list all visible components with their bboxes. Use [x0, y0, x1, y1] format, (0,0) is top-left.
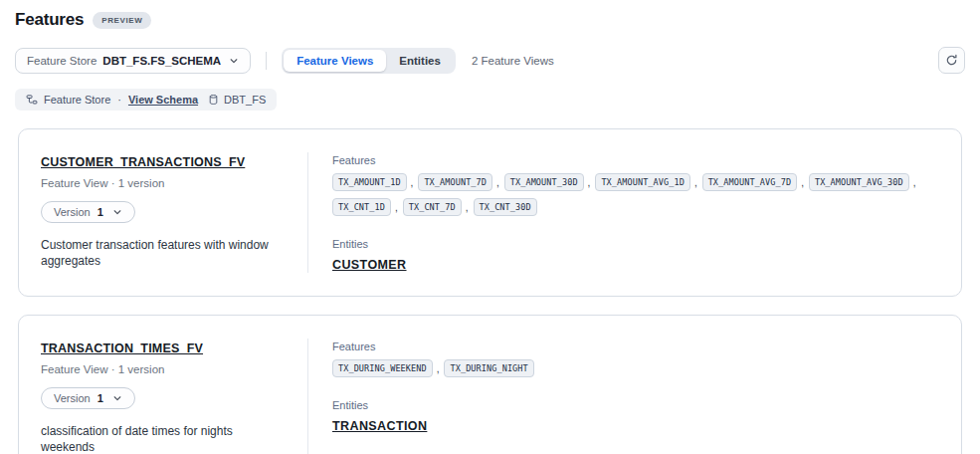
schema-icon — [26, 94, 38, 106]
feature-view-card-customer-transactions: CUSTOMER_TRANSACTIONS_FV Feature View · … — [18, 128, 962, 297]
entity-link[interactable]: TRANSACTION — [332, 419, 427, 433]
chevron-down-icon — [112, 207, 122, 217]
entity-link[interactable]: CUSTOMER — [332, 258, 407, 272]
view-schema-link[interactable]: View Schema — [128, 94, 198, 106]
database-name: DBT_FS — [224, 94, 266, 106]
feature-store-value: DBT_FS.FS_SCHEMA — [102, 55, 221, 67]
breadcrumb-database: DBT_FS — [208, 94, 266, 106]
toolbar: Feature Store DBT_FS.FS_SCHEMA Feature V… — [0, 47, 980, 74]
feature-views-count: 2 Feature Views — [472, 55, 554, 67]
feature-chip: TX_AMOUNT_AVG_7D — [702, 173, 797, 191]
feature-view-title-link[interactable]: CUSTOMER_TRANSACTIONS_FV — [41, 155, 245, 169]
feature-chip: TX_AMOUNT_AVG_1D — [595, 173, 689, 191]
view-tabs: Feature Views Entities — [282, 48, 456, 74]
card-summary: CUSTOMER_TRANSACTIONS_FV Feature View · … — [41, 152, 307, 273]
feature-chip: TX_DURING_NIGHT — [444, 359, 533, 377]
chevron-down-icon — [112, 393, 122, 403]
feature-view-description: classification of date times for nights … — [41, 423, 290, 454]
chip-separator: , — [437, 363, 440, 374]
page-title: Features — [15, 10, 84, 30]
entities-label: Entities — [332, 399, 941, 411]
entities-block: Entities TRANSACTION — [332, 399, 941, 434]
feature-store-label: Feature Store — [27, 55, 97, 67]
tab-feature-views[interactable]: Feature Views — [284, 50, 386, 72]
version-label: Version — [54, 206, 91, 218]
breadcrumb-row: Feature Store · View Schema DBT_FS — [15, 89, 965, 111]
version-value: 1 — [98, 206, 103, 218]
feature-view-subtitle: Feature View · 1 version — [41, 177, 294, 189]
feature-chip: TX_AMOUNT_1D — [332, 173, 407, 191]
feature-chip: TX_CNT_30D — [474, 198, 537, 216]
version-value: 1 — [98, 392, 103, 404]
database-icon — [208, 94, 219, 106]
breadcrumb-separator: · — [117, 94, 121, 106]
chip-separator: , — [694, 177, 697, 188]
features-label: Features — [332, 154, 941, 166]
feature-chip: TX_CNT_1D — [332, 198, 391, 216]
feature-chip: TX_AMOUNT_30D — [504, 173, 584, 191]
chip-separator: , — [913, 177, 916, 188]
toolbar-divider — [266, 52, 267, 70]
refresh-icon — [945, 54, 958, 67]
feature-chip: TX_AMOUNT_AVG_30D — [809, 173, 909, 191]
feature-view-card-transaction-times: TRANSACTION_TIMES_FV Feature View · 1 ve… — [18, 315, 962, 454]
version-dropdown[interactable]: Version 1 — [41, 387, 135, 409]
page-header: Features PREVIEW — [0, 0, 980, 30]
features-label: Features — [332, 340, 941, 352]
version-label: Version — [54, 392, 91, 404]
version-dropdown[interactable]: Version 1 — [41, 201, 135, 223]
card-summary: TRANSACTION_TIMES_FV Feature View · 1 ve… — [41, 339, 307, 454]
chip-separator: , — [588, 177, 591, 188]
feature-chip: TX_CNT_7D — [403, 198, 462, 216]
feature-chip: TX_AMOUNT_7D — [418, 173, 492, 191]
chip-separator: , — [395, 202, 398, 213]
feature-store-select[interactable]: Feature Store DBT_FS.FS_SCHEMA — [15, 48, 251, 74]
chip-separator: , — [466, 202, 469, 213]
chip-separator: , — [801, 177, 804, 188]
breadcrumb-prefix: Feature Store — [44, 94, 110, 106]
entities-label: Entities — [332, 238, 941, 250]
feature-view-subtitle: Feature View · 1 version — [41, 363, 294, 375]
feature-view-description: Customer transaction features with windo… — [41, 237, 290, 269]
card-details: Features TX_DURING_WEEKEND,TX_DURING_NIG… — [307, 339, 961, 454]
chip-separator: , — [496, 177, 499, 188]
chip-separator: , — [411, 177, 414, 188]
entities-block: Entities CUSTOMER — [332, 238, 941, 273]
feature-chip-list: TX_DURING_WEEKEND,TX_DURING_NIGHT — [332, 359, 941, 377]
feature-view-title-link[interactable]: TRANSACTION_TIMES_FV — [41, 341, 203, 355]
refresh-button[interactable] — [938, 47, 965, 74]
feature-chip: TX_DURING_WEEKEND — [332, 359, 433, 377]
breadcrumb: Feature Store · View Schema DBT_FS — [15, 89, 277, 111]
chevron-down-icon — [229, 56, 239, 66]
tab-entities[interactable]: Entities — [386, 50, 454, 72]
card-details: Features TX_AMOUNT_1D,TX_AMOUNT_7D,TX_AM… — [307, 152, 961, 273]
preview-badge: PREVIEW — [93, 12, 151, 29]
feature-chip-list: TX_AMOUNT_1D,TX_AMOUNT_7D,TX_AMOUNT_30D,… — [332, 173, 941, 216]
